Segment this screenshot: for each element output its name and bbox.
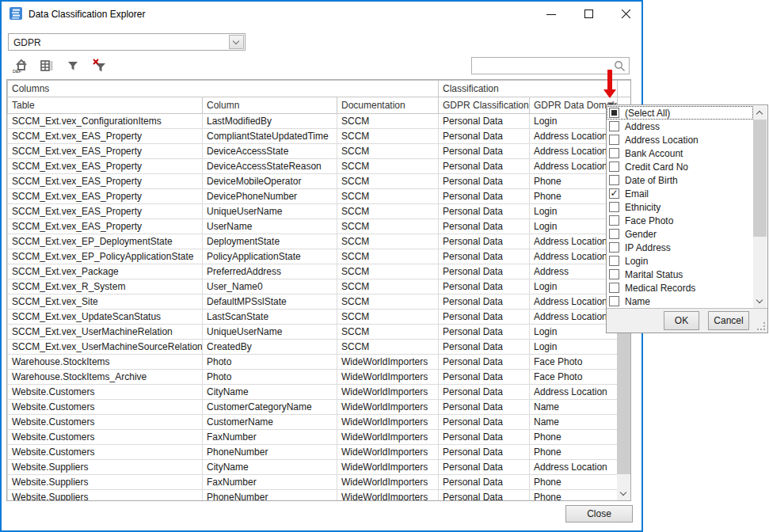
table-cell: SCCM [337,114,439,129]
filter-item-address[interactable]: Address [607,120,753,133]
filter-item-gender[interactable]: Gender [607,227,753,241]
filter-item-ethnicity[interactable]: Ethnicity [607,200,753,214]
column-header-documentation[interactable]: Documentation [337,97,439,114]
table-row[interactable]: Website.CustomersFaxNumberWideWorldImpor… [8,430,631,445]
table-row[interactable]: SCCM_Ext.vex_R_SystemUser_Name0SCCMPerso… [8,279,631,294]
table-row[interactable]: SCCM_Ext.vex_EP_PolicyApplicationStatePo… [8,249,631,264]
filter-item-name[interactable]: Name [607,294,753,308]
filter-item-address-location[interactable]: Address Location [607,133,753,146]
filter-item-select-all[interactable]: (Select All) [607,106,753,120]
filter-item-label: Address [625,121,660,132]
scroll-up-icon[interactable] [753,106,767,120]
table-row[interactable]: SCCM_Ext.vex_UpdateScanStatusLastScanSta… [8,310,631,325]
filter-item-bank-account[interactable]: Bank Account [607,146,753,160]
table-row[interactable]: SCCM_Ext.vex_PackagePreferredAddressSCCM… [8,264,631,279]
table-row[interactable]: SCCM_Ext.vex_UserMachineSourceRelationCr… [8,340,631,355]
group-header-columns[interactable]: Columns [8,81,439,97]
column-header-label: GDPR Data Domain [534,100,618,111]
close-button[interactable] [618,6,634,22]
table-row[interactable]: Website.CustomersCityNameWideWorldImport… [8,385,631,400]
table-row[interactable]: Warehouse.StockItemsPhotoWideWorldImport… [8,355,631,370]
column-header-column[interactable]: Column [203,97,337,114]
scrollbar-thumb[interactable] [753,120,767,237]
filter-item-face-photo[interactable]: Face Photo [607,214,753,227]
checkbox-unchecked-icon[interactable] [609,148,619,158]
column-header-gdpr-data-domain[interactable]: GDPR Data Domain [530,97,618,114]
cancel-button[interactable]: Cancel [708,311,749,330]
minimize-button[interactable] [543,6,559,22]
table-cell: CompliantStateUpdatedTime [203,129,337,144]
filter-item-label: (Select All) [625,108,670,119]
checkbox-unchecked-icon[interactable] [609,242,619,253]
filter-item-login[interactable]: Login [607,254,753,268]
checkbox-unchecked-icon[interactable] [609,296,619,306]
scroll-down-icon[interactable] [753,294,767,308]
checkbox-unchecked-icon[interactable] [609,229,619,239]
checkbox-unchecked-icon[interactable] [609,121,619,131]
table-cell: SCCM_Ext.vex_EP_DeploymentState [8,234,203,249]
table-row[interactable]: SCCM_Ext.vex_EAS_PropertyDeviceAccessSta… [8,159,631,174]
checkbox-checked-icon[interactable]: ✓ [609,188,619,199]
table-cell: Phone [530,430,618,445]
table-row[interactable]: Website.CustomersPhoneNumberWideWorldImp… [8,445,631,460]
table-row[interactable]: SCCM_Ext.vex_EAS_PropertyDevicePhoneNumb… [8,189,631,204]
table-cell: Personal Data [439,415,530,430]
table-row[interactable]: SCCM_Ext.vex_EAS_PropertyUserNameSCCMPer… [8,219,631,234]
table-row[interactable]: Website.CustomersCustomerNameWideWorldIm… [8,415,631,430]
table-row[interactable]: SCCM_Ext.vex_EAS_PropertyDeviceAccessSta… [8,144,631,159]
table-row[interactable]: SCCM_Ext.vex_EAS_PropertyUniqueUserNameS… [8,204,631,219]
group-header-classification[interactable]: Classification [439,81,618,97]
table-cell: Personal Data [439,234,530,249]
default-view-button[interactable]: DEF [11,55,30,76]
column-header-table[interactable]: Table [8,97,203,114]
filter-button[interactable] [63,55,82,76]
table-row[interactable]: Website.CustomersCustomerCategoryNameWid… [8,400,631,415]
table-row[interactable]: Website.SuppliersFaxNumberWideWorldImpor… [8,475,631,490]
checkbox-unchecked-icon[interactable] [609,269,619,279]
table-row[interactable]: SCCM_Ext.vex_EAS_PropertyDeviceMobileOpe… [8,174,631,189]
scroll-down-icon[interactable] [617,487,630,500]
table-cell: Address Location [530,310,618,325]
ruleset-combobox[interactable]: GDPR [8,33,246,51]
search-input[interactable] [475,59,608,72]
resize-grip[interactable] [758,323,765,330]
checkbox-unchecked-icon[interactable] [609,283,619,293]
table-cell: Personal Data [439,445,530,460]
table-view-button[interactable] [37,55,56,76]
table-row[interactable]: SCCM_Ext.vex_SiteDefaultMPSslStateSCCMPe… [8,294,631,310]
table-cell: SCCM [337,340,439,355]
popup-vertical-scrollbar[interactable] [753,106,767,308]
maximize-button[interactable] [581,6,596,22]
checkbox-unchecked-icon[interactable] [609,162,619,172]
table-cell: Phone [530,475,618,490]
checkbox-unchecked-icon[interactable] [609,202,619,212]
table-row[interactable]: SCCM_Ext.vex_EP_DeploymentStateDeploymen… [8,234,631,249]
ok-button[interactable]: OK [664,311,699,330]
filter-item-credit-card-no[interactable]: Credit Card No [607,160,753,173]
clear-filter-button[interactable] [89,55,108,76]
table-row[interactable]: Website.SuppliersCityNameWideWorldImport… [8,460,631,475]
table-row[interactable]: SCCM_Ext.vex_EAS_PropertyCompliantStateU… [8,129,631,144]
checkbox-unchecked-icon[interactable] [609,215,619,226]
table-row[interactable]: SCCM_Ext.vex_UserMachineRelationUniqueUs… [8,325,631,340]
combo-dropdown-button[interactable] [229,35,244,49]
filter-item-medical-records[interactable]: Medical Records [607,281,753,294]
table-row[interactable]: Website.SuppliersPhoneNumberWideWorldImp… [8,490,631,502]
search-icon[interactable] [614,60,626,72]
close-dialog-button[interactable]: Close [565,505,633,522]
checkbox-unchecked-icon[interactable] [609,256,619,266]
column-header-gdpr-classification[interactable]: GDPR Classification [439,97,530,114]
table-cell: Personal Data [439,400,530,415]
filter-item-label: Face Photo [625,215,673,226]
checkbox-indeterminate-icon[interactable] [609,108,619,118]
filter-item-date-of-birth[interactable]: Date of Birth [607,173,753,187]
filter-item-email[interactable]: ✓Email [607,187,753,200]
table-cell: WideWorldImporters [337,355,439,370]
filter-item-marital-status[interactable]: Marital Status [607,268,753,281]
table-row[interactable]: SCCM_Ext.vex_ConfigurationItemsLastModif… [8,114,631,129]
filter-item-ip-address[interactable]: IP Address [607,241,753,254]
checkbox-unchecked-icon[interactable] [609,175,619,185]
checkbox-unchecked-icon[interactable] [609,135,619,145]
table-row[interactable]: Warehouse.StockItems_ArchivePhotoWideWor… [8,370,631,385]
filter-item-label: Address Location [625,135,699,146]
